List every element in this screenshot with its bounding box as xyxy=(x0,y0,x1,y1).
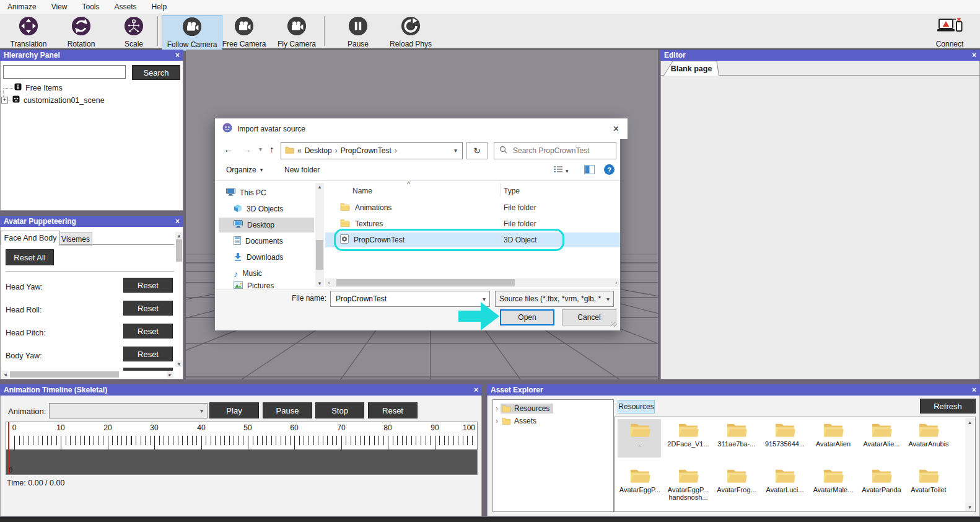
scroll-right-icon[interactable]: › xyxy=(613,278,620,287)
nav-refresh-icon[interactable]: ↻ xyxy=(466,142,488,159)
breadcrumb-overflow-icon[interactable]: « xyxy=(297,146,302,155)
help-icon[interactable]: ? xyxy=(604,164,615,175)
reload-phys-button[interactable]: Reload Phys xyxy=(383,15,439,50)
timeline-ruler[interactable]: 0 10 20 30 40 50 60 70 80 90 100 0 xyxy=(6,422,478,475)
file-row-animations[interactable]: Animations File folder xyxy=(325,200,620,215)
sidebar-item-3d-objects[interactable]: 3D Objects xyxy=(219,201,314,216)
scroll-down-icon[interactable]: ▾ xyxy=(315,280,324,287)
head-pitch-reset-button[interactable]: Reset xyxy=(123,324,173,338)
nav-up-icon[interactable]: ↑ xyxy=(269,144,274,154)
column-header-name[interactable]: Name xyxy=(352,187,372,195)
scroll-up-icon[interactable]: ▴ xyxy=(175,232,183,239)
scroll-left-icon[interactable]: ‹ xyxy=(325,278,333,287)
scroll-up-icon[interactable]: ▴ xyxy=(315,183,324,190)
tree-item-assets[interactable]: › Assets xyxy=(496,415,613,427)
sidebar-item-desktop[interactable]: Desktop xyxy=(219,218,314,232)
asset-folder[interactable]: AvatarLuci... xyxy=(761,467,809,493)
translation-button[interactable]: Translation xyxy=(4,15,53,50)
tree-expander-icon[interactable]: + xyxy=(1,97,8,104)
asset-folder[interactable]: AvatarAlien xyxy=(809,422,857,448)
reset-tl-button[interactable]: Reset xyxy=(368,402,418,418)
tree-item-resources[interactable]: › Resources xyxy=(496,402,613,414)
address-dropdown-icon[interactable]: ▾ xyxy=(454,147,457,154)
asset-folder[interactable]: AvatarAnubis xyxy=(904,422,953,448)
scroll-down-icon[interactable]: ▾ xyxy=(175,360,183,367)
editor-close-icon[interactable]: × xyxy=(972,52,976,58)
scrollbar-thumb[interactable] xyxy=(176,239,182,262)
crumb-separator-icon[interactable]: › xyxy=(335,146,338,155)
asset-folder[interactable]: AvatarFrog... xyxy=(712,467,761,493)
tab-blank-page[interactable]: Blank page xyxy=(663,61,719,76)
play-button[interactable]: Play xyxy=(209,402,259,418)
pause-button[interactable]: Pause xyxy=(338,15,378,50)
asset-folder[interactable]: AvatarMale... xyxy=(809,467,857,493)
file-row-propcrowntest-selected[interactable]: PropCrownTest 3D Object xyxy=(325,232,620,247)
hierarchy-search-input[interactable] xyxy=(3,65,126,79)
stop-button[interactable]: Stop xyxy=(315,402,364,418)
breadcrumb-propcrowntest[interactable]: PropCrownTest xyxy=(341,146,392,155)
nav-back-icon[interactable]: ← xyxy=(224,144,233,154)
tree-item-scene[interactable]: + customization01_scene xyxy=(1,95,105,105)
hierarchy-search-button[interactable]: Search xyxy=(132,65,180,80)
scrollbar-thumb[interactable] xyxy=(336,279,515,286)
scrollbar-thumb[interactable] xyxy=(316,240,323,270)
asset-folder[interactable]: AvatarEggP... xyxy=(616,467,664,493)
sidebar-item-documents[interactable]: Documents xyxy=(219,234,314,249)
asset-folder[interactable]: 915735644... xyxy=(761,422,809,448)
cancel-button[interactable]: Cancel xyxy=(562,309,616,325)
asset-folder[interactable]: AvatarPanda xyxy=(857,467,906,493)
asset-folder[interactable]: AvatarEggP... handsnosh... xyxy=(664,467,712,501)
asset-folder[interactable]: 2DFace_V1... xyxy=(664,422,712,448)
tab-face-and-body[interactable]: Face And Body xyxy=(1,231,60,245)
follow-camera-button[interactable]: Follow Camera xyxy=(162,15,222,51)
asset-explorer-close-icon[interactable]: × xyxy=(972,387,976,393)
dialog-titlebar[interactable]: Import avatar source × xyxy=(215,118,628,139)
hierarchy-close-icon[interactable]: × xyxy=(175,52,180,58)
sidebar-item-music[interactable]: ♪ Music xyxy=(219,266,314,281)
search-box[interactable] xyxy=(494,142,616,159)
view-options[interactable]: ▾ xyxy=(553,166,569,177)
rotation-button[interactable]: Rotation xyxy=(58,15,105,50)
connect-button[interactable]: Connect xyxy=(922,15,978,50)
pause-tl-button[interactable]: Pause xyxy=(263,402,312,418)
scroll-up-icon[interactable]: ▴ xyxy=(965,418,974,426)
crumb-separator-icon[interactable]: › xyxy=(395,146,397,155)
breadcrumb-desktop[interactable]: Desktop xyxy=(305,146,332,155)
file-name-input[interactable] xyxy=(335,294,470,304)
sidebar-item-this-pc[interactable]: This PC xyxy=(219,185,314,200)
body-yaw-reset-button[interactable]: Reset xyxy=(123,347,173,361)
scroll-down-icon[interactable]: ▾ xyxy=(965,503,974,511)
refresh-button[interactable]: Refresh xyxy=(920,399,976,414)
puppeteering-close-icon[interactable]: × xyxy=(175,218,180,224)
scrollbar-track[interactable] xyxy=(965,426,974,503)
scroll-left-icon[interactable]: ◂ xyxy=(2,371,9,378)
menu-animaze[interactable]: Animaze xyxy=(0,0,44,14)
asset-folder[interactable]: AvatarAlie... xyxy=(857,422,906,448)
scrollbar-thumb[interactable] xyxy=(10,371,119,378)
open-button[interactable]: Open xyxy=(500,309,554,325)
tree-item-free-items[interactable]: Free Items xyxy=(14,83,63,92)
asset-folder-up[interactable]: .. xyxy=(616,422,664,448)
free-camera-button[interactable]: Free Camera xyxy=(217,15,271,50)
search-input[interactable] xyxy=(512,146,607,156)
menu-assets[interactable]: Assets xyxy=(107,0,144,14)
sidebar-item-downloads[interactable]: Downloads xyxy=(219,250,314,265)
scroll-right-icon[interactable]: ▸ xyxy=(167,371,173,378)
asset-folder[interactable]: 311ae7ba-... xyxy=(712,422,761,448)
expander-icon[interactable]: › xyxy=(496,417,498,425)
nav-recent-icon[interactable]: ▾ xyxy=(259,146,262,153)
reset-all-button[interactable]: Reset All xyxy=(6,249,54,265)
menu-view[interactable]: View xyxy=(44,0,75,14)
file-type-combo[interactable]: Source files (*.fbx, *vrm, *glb, * ▾ xyxy=(495,291,614,307)
tab-visemes[interactable]: Visemes xyxy=(59,232,92,246)
tab-resources[interactable]: Resources xyxy=(618,400,655,414)
reset-button-partial[interactable] xyxy=(123,368,173,371)
expander-icon[interactable]: › xyxy=(496,404,498,413)
menu-tools[interactable]: Tools xyxy=(74,0,107,14)
timeline-track[interactable]: 0 xyxy=(6,449,477,474)
dialog-close-icon[interactable]: × xyxy=(613,123,619,135)
address-bar[interactable]: « Desktop › PropCrownTest › ▾ xyxy=(281,142,463,159)
head-yaw-reset-button[interactable]: Reset xyxy=(123,278,173,293)
preview-pane-icon[interactable] xyxy=(584,165,595,177)
fly-camera-button[interactable]: Fly Camera xyxy=(270,15,323,50)
